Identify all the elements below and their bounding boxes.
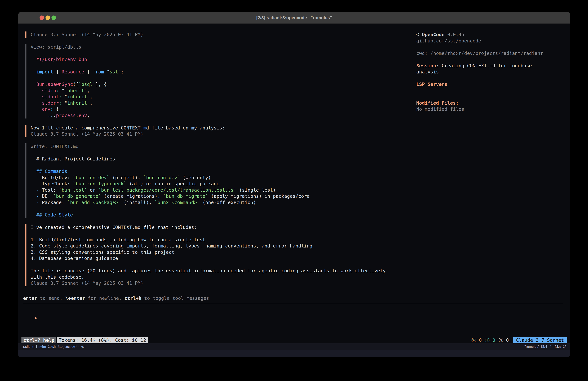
terminal-window: [2/3] radiant:3:opencode - "romulus" Cla… xyxy=(18,12,570,357)
zoom-icon[interactable] xyxy=(51,16,56,20)
terminal-line: stderr: "inherit", xyxy=(31,100,416,106)
terminal-line xyxy=(416,94,566,100)
tmux-session-windows: [radiant] 1:nvim 2:zsh- 3:opencode* 4:zs… xyxy=(22,343,85,350)
info-badge: ⓘ 0 xyxy=(485,337,495,343)
terminal-line: stdout: "inherit", xyxy=(31,94,416,100)
hints-badge: ⓗ 0 xyxy=(499,337,509,343)
tmux-status-bar: [radiant] 1:nvim 2:zsh- 3:opencode* 4:zs… xyxy=(18,343,570,350)
diagnostics-badges: ⓦ 0ⓘ 0ⓗ 0 xyxy=(471,337,512,343)
tmux-host-clock: "romulus" 15:41 14-May-25 xyxy=(524,343,567,350)
terminal-line: Modified Files: xyxy=(416,100,566,106)
help-shortcut-badge: ctrl+? help xyxy=(21,337,56,343)
terminal-line: 4. Database operations guidance xyxy=(31,255,416,262)
terminal-line: Claude 3.7 Sonnet (14 May 2025 03:41 PM) xyxy=(31,31,416,38)
statusbar-spacer xyxy=(148,337,471,343)
terminal-line xyxy=(31,75,416,81)
terminal-line: with this codebase. xyxy=(31,274,416,280)
terminal-line: - DB: `bun db generate` (create migratio… xyxy=(31,193,416,199)
window-titlebar: [2/3] radiant:3:opencode - "romulus" xyxy=(18,12,570,23)
terminal-line: env: { xyxy=(31,106,416,112)
terminal-line xyxy=(416,44,566,50)
model-badge: Claude 3.7 Sonnet xyxy=(513,337,567,343)
terminal-line xyxy=(31,162,416,168)
close-icon[interactable] xyxy=(40,16,44,20)
status-bar: ctrl+? help Tokens: 16.4K (8%), Cost: $0… xyxy=(21,337,567,343)
terminal-line: © OpenCode 0.0.45 xyxy=(416,31,566,38)
terminal-line: 3. CSS styling conventions specific to t… xyxy=(31,249,416,255)
message-block: Now I'll create a comprehensive CONTEXT.… xyxy=(25,125,416,137)
tool-block: View: script/db.ts #!/usr/bin/env bun im… xyxy=(25,44,416,118)
terminal-line xyxy=(416,88,566,94)
prompt-icon: > xyxy=(34,315,37,321)
terminal-line: ## Code Style xyxy=(31,212,416,218)
terminal-line: - Build/Dev: `bun run dev` (project), `b… xyxy=(31,175,416,181)
tool-block: Write: CONTEXT.md # Radiant Project Guid… xyxy=(25,143,416,218)
terminal-line: No modified files xyxy=(416,106,566,112)
tmux-status-area: [radiant] 1:nvim 2:zsh- 3:opencode* 4:zs… xyxy=(18,343,570,357)
terminal-line xyxy=(31,205,416,212)
terminal-line xyxy=(416,75,566,81)
terminal-line xyxy=(31,50,416,57)
terminal-line: stdin: "inherit", xyxy=(31,88,416,94)
terminal-line: Claude 3.7 Sonnet (14 May 2025 03:41 PM) xyxy=(31,131,416,137)
desktop-background: { "colors": { "white": "#d8d9db", "gray"… xyxy=(0,0,588,381)
terminal-line: import { Resource } from "sst"; xyxy=(31,69,416,75)
terminal-line xyxy=(31,230,416,237)
terminal-line: ## Commands xyxy=(31,168,416,175)
terminal-line: The file is concise (20 lines) and captu… xyxy=(31,268,416,274)
terminal-line: cwd: /home/thdxr/dev/projects/radiant/ra… xyxy=(416,50,566,57)
session-sidebar: © OpenCode 0.0.45github.com/sst/opencode… xyxy=(416,31,566,112)
terminal-line: View: script/db.ts xyxy=(31,44,416,50)
prompt-input[interactable]: > xyxy=(23,309,37,315)
warnings-badge: ⓦ 0 xyxy=(471,337,482,343)
conversation-pane: Claude 3.7 Sonnet (14 May 2025 03:41 PM)… xyxy=(25,31,416,292)
terminal-line: 1. Build/lint/test commands including ho… xyxy=(31,237,416,243)
input-separator xyxy=(23,303,563,303)
terminal-line: - Test: `bun test` or `bun test packages… xyxy=(31,187,416,193)
minimize-icon[interactable] xyxy=(45,16,50,20)
terminal-line: Claude 3.7 Sonnet (14 May 2025 03:41 PM) xyxy=(31,280,416,286)
keybinding-help: enter to send, \+enter for newline, ctrl… xyxy=(23,295,209,301)
terminal-line: - Package: `bun add <package>` (install)… xyxy=(31,199,416,206)
terminal-line: #!/usr/bin/env bun xyxy=(31,56,416,63)
message-block: I've created a comprehensive CONTEXT.md … xyxy=(25,224,416,286)
terminal-line xyxy=(31,150,416,156)
terminal-line: Now I'll create a comprehensive CONTEXT.… xyxy=(31,125,416,131)
terminal-line xyxy=(416,56,566,63)
terminal-line xyxy=(31,262,416,268)
terminal-line: LSP Servers xyxy=(416,81,566,88)
terminal-line: github.com/sst/opencode xyxy=(416,38,566,44)
tokens-cost-badge: Tokens: 16.4K (8%), Cost: $0.12 xyxy=(57,337,148,343)
terminal-line: - TypeCheck: `bun run typecheck` (all) o… xyxy=(31,181,416,187)
terminal-line: I've created a comprehensive CONTEXT.md … xyxy=(31,224,416,230)
terminal-line: Session: Creating CONTEXT.md for codebas… xyxy=(416,63,566,69)
terminal-line: analysis xyxy=(416,69,566,75)
message-block: Claude 3.7 Sonnet (14 May 2025 03:41 PM) xyxy=(25,31,416,38)
terminal-line: Bun.spawnSync([`psql`], { xyxy=(31,81,416,88)
terminal-line xyxy=(31,63,416,69)
terminal-line: ...process.env, xyxy=(31,112,416,119)
terminal-line: # Radiant Project Guidelines xyxy=(31,156,416,162)
window-title: [2/3] radiant:3:opencode - "romulus" xyxy=(18,12,570,23)
terminal-line: 2. Code style guidelines covering import… xyxy=(31,243,416,249)
terminal-line: Write: CONTEXT.md xyxy=(31,143,416,150)
